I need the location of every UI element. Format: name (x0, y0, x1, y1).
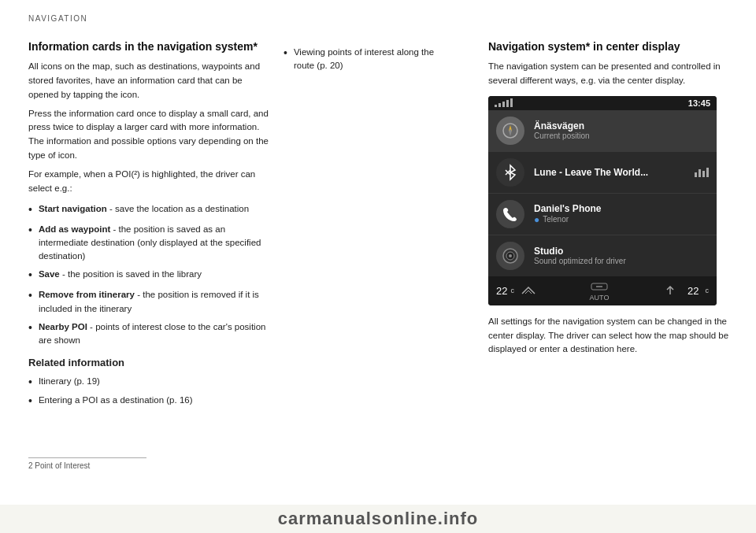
related-list: Itinerary (p. 19) Entering a POI as a de… (28, 375, 272, 409)
nav-item-text: Lune - Leave The World... (534, 167, 685, 178)
nav-status-bar: 13:45 (488, 96, 717, 110)
page-header: NAVIGATION (28, 14, 87, 23)
bullet-bold: Start navigation (39, 204, 107, 213)
middle-column: Viewing points of interest along the rou… (284, 39, 441, 81)
nav-item-text: Änäsvägen Current position (534, 120, 709, 140)
compass-icon (496, 117, 524, 145)
left-intro: For example, when a POI(²) is highlighte… (28, 168, 272, 196)
list-item: Remove from itinerary - the position is … (28, 288, 272, 316)
nav-bottom-bar: 22 c AUTO 22 c (488, 276, 717, 305)
speaker-icon (496, 242, 524, 270)
nav-item-text: Studio Sound optimized for driver (534, 246, 709, 265)
nav-temp-left: 22 c (496, 284, 536, 297)
nav-display: 13:45 Änäsvägen Current position (488, 96, 717, 305)
nav-item-subtitle: Current position (534, 131, 709, 140)
right-heading: Navigation system* in center display (488, 39, 732, 54)
bullet-bold: Save (39, 269, 60, 279)
signal-bar (506, 100, 509, 107)
left-para2: Press the information card once to displ… (28, 107, 272, 163)
play-bar (706, 168, 709, 177)
related-item: Itinerary (p. 19) (28, 375, 272, 390)
middle-list: Viewing points of interest along the rou… (284, 46, 441, 73)
list-item: Add as waypoint - the position is saved … (28, 223, 272, 264)
nav-item-title: Lune - Leave The World... (534, 167, 685, 178)
auto-label: AUTO (590, 294, 610, 302)
watermark-text: carmanualsonline.info (278, 509, 479, 529)
signal-bar (498, 103, 501, 107)
right-column: Navigation system* in center display The… (488, 39, 732, 361)
left-heading: Information cards in the navigation syst… (28, 39, 272, 54)
related-item: Entering a POI as a destination (p. 16) (28, 394, 272, 409)
nav-auto-controls: AUTO (590, 280, 610, 302)
svg-point-5 (509, 254, 512, 257)
feature-list: Start navigation - save the location as … (28, 202, 272, 348)
bullet-rest: - save the location as a destination (107, 204, 249, 213)
nav-item-location[interactable]: Änäsvägen Current position (488, 110, 717, 152)
list-item: Start navigation - save the location as … (28, 202, 272, 218)
middle-bullet-text: Viewing points of interest along the rou… (294, 46, 441, 73)
list-item: Save - the position is saved in the libr… (28, 268, 272, 283)
nav-item-title: Studio (534, 246, 709, 257)
temp-right-value: 22 (687, 285, 699, 297)
bluetooth-icon (496, 158, 524, 187)
list-item: Viewing points of interest along the rou… (284, 46, 441, 73)
right-para1: The navigation system can be presented a… (488, 60, 732, 88)
right-para2: All settings for the navigation system c… (488, 315, 732, 357)
play-bar (699, 169, 701, 177)
nav-item-subtitle: Sound optimized for driver (534, 257, 709, 265)
bullet-rest: - the position is saved in the library (60, 269, 202, 279)
left-column: Information cards in the navigation syst… (28, 39, 272, 417)
temp-right-unit: c (706, 287, 710, 294)
bullet-bold: Add as waypoint (39, 224, 110, 234)
bullet-bold: Nearby POI (39, 322, 87, 331)
left-para1: All icons on the map, such as destinatio… (28, 60, 272, 102)
nav-item-title: Daniel's Phone (534, 203, 709, 214)
nav-item-audio[interactable]: Studio Sound optimized for driver (488, 235, 717, 276)
play-bar (702, 171, 705, 177)
nav-temp-right: 22 c (662, 284, 709, 297)
play-bar (695, 172, 697, 177)
temp-left-unit: c (510, 287, 514, 294)
nav-item-subtitle: ● Telenor (534, 214, 709, 225)
signal-bar (510, 98, 513, 107)
footnote: 2 Point of Interest (28, 457, 146, 470)
nav-item-phone[interactable]: Daniel's Phone ● Telenor (488, 194, 717, 235)
signal-bar (502, 102, 505, 107)
nav-item-title: Änäsvägen (534, 120, 709, 131)
watermark-bar: carmanualsonline.info (0, 505, 756, 533)
nav-item-text: Daniel's Phone ● Telenor (534, 203, 709, 225)
related-heading: Related information (28, 357, 272, 368)
signal-bar (495, 105, 497, 107)
playing-indicator (695, 168, 709, 177)
nav-signal (495, 98, 513, 107)
nav-item-music[interactable]: Lune - Leave The World... (488, 152, 717, 194)
temp-left-value: 22 (496, 285, 507, 297)
phone-icon (496, 200, 524, 228)
nav-time: 13:45 (688, 98, 710, 108)
phone-carrier: Telenor (543, 215, 569, 224)
list-item: Nearby POI - points of interest close to… (28, 320, 272, 348)
bullet-bold: Remove from itinerary (39, 290, 135, 299)
